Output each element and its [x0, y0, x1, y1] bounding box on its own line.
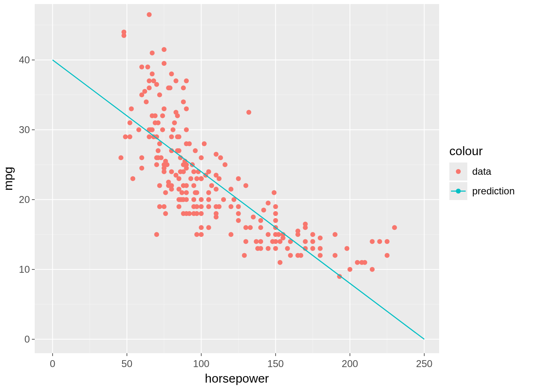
data-point [162, 204, 167, 209]
data-point [251, 215, 256, 220]
data-point [266, 232, 270, 237]
data-point [209, 183, 214, 188]
data-point [385, 239, 390, 244]
data-point [187, 211, 192, 216]
data-point [147, 12, 152, 17]
x-tick-label: 0 [50, 358, 55, 369]
data-point [154, 232, 159, 237]
data-point [184, 183, 189, 188]
data-point [206, 197, 211, 202]
data-point [273, 218, 278, 223]
data-point [344, 246, 349, 251]
legend-label: prediction [472, 185, 515, 196]
data-point [273, 246, 278, 251]
data-point [248, 225, 253, 230]
legend-point-icon [456, 189, 461, 194]
data-point [130, 176, 135, 181]
data-point [147, 134, 152, 139]
data-point [139, 155, 144, 160]
data-point [162, 107, 167, 111]
data-point [258, 246, 263, 251]
y-tick-label: 40 [19, 54, 30, 65]
data-point [258, 225, 263, 230]
data-point [199, 225, 204, 230]
data-point [318, 246, 323, 251]
data-point [377, 239, 382, 244]
data-point [273, 204, 278, 209]
y-tick-label: 30 [19, 124, 30, 135]
data-point [348, 267, 353, 272]
data-point [142, 89, 147, 94]
y-tick-label: 0 [25, 334, 30, 345]
data-point [175, 114, 180, 118]
x-tick-label: 150 [268, 358, 284, 369]
data-point [160, 114, 165, 118]
data-point [243, 225, 248, 230]
y-tick-label: 20 [19, 194, 30, 205]
data-point [139, 166, 144, 171]
scatter-chart: 050100150200250010203040horsepowermpgcol… [0, 0, 549, 392]
data-point [127, 134, 132, 139]
data-point [295, 229, 300, 234]
data-point [150, 71, 155, 76]
data-point [236, 211, 241, 216]
data-point [228, 204, 233, 209]
data-point [163, 190, 168, 195]
y-axis-title: mpg [1, 167, 15, 190]
x-tick-label: 100 [193, 358, 210, 369]
data-point [236, 218, 241, 223]
data-point [184, 162, 189, 167]
data-point [310, 239, 315, 244]
data-point [202, 141, 207, 146]
data-point [167, 85, 172, 90]
data-point [261, 207, 266, 212]
data-point [172, 120, 177, 125]
data-point [333, 232, 337, 237]
data-point [181, 99, 186, 104]
data-point [288, 253, 293, 258]
data-point [127, 120, 132, 125]
data-point [392, 225, 397, 230]
legend-label: data [472, 166, 491, 177]
data-point [303, 239, 308, 244]
data-point [199, 176, 204, 181]
data-point [278, 260, 283, 265]
data-point [154, 162, 159, 167]
data-point [194, 190, 199, 195]
data-point [243, 239, 248, 244]
data-point [147, 85, 152, 90]
data-point [170, 127, 175, 132]
data-point [243, 183, 248, 188]
data-point [333, 253, 337, 258]
data-point [157, 92, 162, 97]
data-point [206, 225, 211, 230]
data-point [246, 110, 251, 115]
data-point [191, 183, 196, 188]
data-point [194, 176, 199, 181]
data-point [136, 127, 141, 132]
data-point [194, 204, 199, 209]
data-point [318, 253, 323, 258]
data-point [266, 200, 270, 205]
data-point [184, 78, 189, 83]
data-point [169, 134, 174, 139]
data-point [188, 176, 193, 181]
data-point [169, 71, 174, 76]
data-point [118, 155, 123, 160]
legend-item: prediction [449, 182, 515, 200]
data-point [214, 211, 219, 216]
data-point [144, 99, 149, 104]
data-point [206, 204, 211, 209]
data-point [184, 127, 189, 132]
data-point [184, 197, 189, 202]
data-point [266, 246, 270, 251]
data-point [236, 176, 241, 181]
legend-point-icon [456, 169, 461, 174]
data-point [199, 197, 204, 202]
data-point [156, 120, 161, 125]
data-point [221, 197, 226, 202]
y-tick-label: 10 [19, 264, 30, 275]
data-point [184, 190, 189, 195]
data-point [285, 246, 290, 251]
data-point [370, 267, 375, 272]
